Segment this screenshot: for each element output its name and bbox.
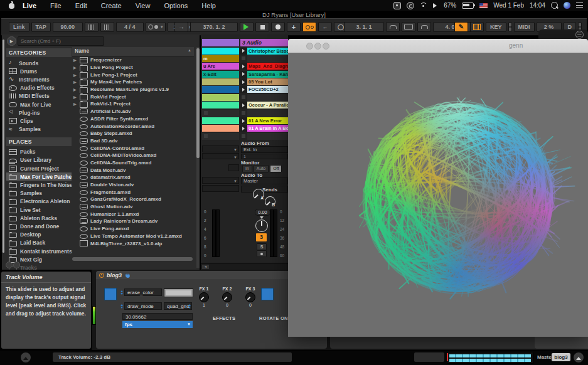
loop-button[interactable] bbox=[402, 22, 415, 32]
left-output-menu[interactable]: ▼ bbox=[202, 177, 239, 184]
browser-scrollbar[interactable] bbox=[3, 40, 4, 253]
volume-icon[interactable] bbox=[433, 3, 439, 8]
clip-slot[interactable] bbox=[202, 94, 239, 101]
follow-button[interactable]: → bbox=[174, 22, 188, 32]
file-row[interactable]: ▶ Lady Rainicorn's Dream.adv bbox=[72, 218, 194, 225]
clip-slot[interactable] bbox=[202, 48, 239, 55]
file-row[interactable]: ▶ Resolume Max4Live plugins v1.9 bbox=[72, 86, 194, 93]
place-item[interactable]: Laid Back bbox=[6, 239, 72, 247]
input-device-menu[interactable]: Ext. In bbox=[241, 146, 288, 153]
menu-item[interactable]: File bbox=[43, 2, 68, 9]
send-a-knob[interactable]: A bbox=[253, 189, 264, 200]
expander-icon[interactable]: ▶ bbox=[73, 102, 77, 106]
file-row[interactable]: ▶ Bad 3D.adv bbox=[72, 137, 194, 145]
clip-launch-button[interactable] bbox=[240, 78, 247, 85]
fps-number-field[interactable]: 30.05662 bbox=[122, 313, 193, 320]
sort-ascending-icon[interactable]: ▲ bbox=[188, 48, 191, 52]
menu-item[interactable]: Help bbox=[195, 2, 223, 9]
category-item[interactable]: MIDI Effects bbox=[6, 92, 72, 100]
left-input-menu[interactable]: ▼ bbox=[202, 145, 239, 152]
category-item[interactable]: Drums bbox=[6, 67, 72, 75]
track-activator-button[interactable]: 3 bbox=[256, 233, 267, 241]
erase-color-swatch[interactable] bbox=[164, 288, 193, 297]
place-item[interactable]: Live Set bbox=[6, 206, 72, 214]
menu-app[interactable]: Live bbox=[16, 2, 43, 9]
menu-item[interactable]: Options bbox=[157, 2, 195, 9]
file-row[interactable]: ▶ Data Mosh.adv bbox=[72, 166, 194, 174]
clip-slot[interactable] bbox=[240, 55, 288, 62]
time-signature-field[interactable]: 4 / 4 bbox=[116, 22, 144, 32]
monitor-option[interactable]: Off bbox=[270, 165, 282, 172]
clip-slot[interactable] bbox=[202, 78, 239, 85]
file-row[interactable]: ▶ Live Tempo Automator Mod v1.2.amxd bbox=[72, 233, 194, 240]
place-item[interactable]: Done and Done bbox=[6, 222, 72, 230]
file-row[interactable]: ▶ Double Vision.adv bbox=[72, 181, 194, 189]
menu-item[interactable]: Create bbox=[94, 2, 129, 9]
left-channel-menu[interactable]: ▼ bbox=[202, 153, 239, 159]
category-item[interactable]: Instruments bbox=[6, 75, 72, 83]
clip-slot[interactable] bbox=[202, 110, 239, 117]
expander-icon[interactable]: ▶ bbox=[73, 80, 77, 84]
erase-color-field[interactable]: erase_color bbox=[124, 288, 162, 296]
clip-launch-button[interactable] bbox=[240, 63, 247, 70]
clip-slot[interactable]: m bbox=[202, 55, 239, 62]
file-row[interactable]: ▶ My Max4Live Patches bbox=[72, 78, 194, 86]
record-button[interactable] bbox=[271, 22, 285, 32]
file-row[interactable]: ▶ Live Pong Project bbox=[72, 64, 194, 71]
browser-bottom-icon-2[interactable] bbox=[13, 262, 20, 268]
place-item[interactable]: Electronica Ableton bbox=[6, 198, 72, 206]
nudge-down-button[interactable] bbox=[85, 22, 99, 32]
metronome-button[interactable]: ▾ bbox=[146, 22, 166, 32]
file-list-scrollbar-thumb[interactable] bbox=[196, 48, 200, 158]
erase-toggle[interactable] bbox=[104, 288, 117, 300]
clip-slot[interactable] bbox=[240, 110, 288, 117]
expander-icon[interactable]: ▶ bbox=[73, 58, 77, 62]
nudge-up-button[interactable] bbox=[100, 22, 114, 32]
punch-in-button[interactable] bbox=[386, 22, 400, 32]
category-item[interactable]: Plug-ins bbox=[6, 108, 72, 117]
clip-launch-button[interactable] bbox=[240, 94, 247, 101]
midi-map-button[interactable]: MIDI bbox=[514, 22, 535, 32]
left-monitor-stub[interactable] bbox=[228, 164, 239, 171]
menu-item[interactable]: Edit bbox=[68, 2, 94, 9]
device-view-toggle-icon[interactable] bbox=[574, 352, 584, 362]
play-button[interactable] bbox=[240, 22, 254, 32]
file-list-header[interactable]: Name ▲ bbox=[72, 47, 194, 56]
draw-mode-button[interactable]: ✎ bbox=[454, 22, 468, 32]
fps-dropdown[interactable]: fps▼ bbox=[122, 321, 193, 328]
menu-item[interactable]: View bbox=[129, 2, 158, 9]
search-input[interactable] bbox=[18, 36, 104, 46]
track-left-header[interactable] bbox=[202, 39, 239, 46]
notification-center-icon[interactable] bbox=[576, 3, 583, 8]
place-item[interactable]: Samples bbox=[6, 189, 72, 198]
category-item[interactable]: Audio Effects bbox=[6, 84, 72, 92]
creative-cloud-icon[interactable] bbox=[407, 2, 414, 9]
clip-launch-button[interactable] bbox=[240, 86, 247, 93]
minimize-icon[interactable] bbox=[314, 43, 321, 50]
punch-out-button[interactable] bbox=[417, 22, 431, 32]
file-row[interactable]: ▶ AutomationRecorder.amxd bbox=[72, 122, 194, 130]
screen-recorder-icon[interactable] bbox=[393, 2, 401, 9]
link-button[interactable]: Link bbox=[9, 22, 29, 32]
stop-button[interactable] bbox=[255, 22, 269, 32]
preview-button[interactable]: ▶ bbox=[7, 36, 16, 46]
menu-time[interactable]: 14:04 bbox=[530, 2, 545, 9]
clip-launch-button[interactable] bbox=[240, 125, 247, 132]
tempo-field[interactable]: 90.00 bbox=[53, 22, 83, 32]
volume-value-field[interactable]: 0.00 bbox=[255, 209, 270, 216]
clip-launch-button[interactable] bbox=[240, 117, 247, 124]
clip-slot[interactable]: Christopher Bissonnette bbox=[240, 48, 288, 55]
clip-slot[interactable]: 01 A Brain In A Bottle bbox=[240, 125, 288, 132]
place-item[interactable]: User Library bbox=[6, 156, 72, 164]
file-row[interactable]: ▶ ASDR Filter Synth.amxd bbox=[72, 115, 194, 123]
monitor-option[interactable]: Auto bbox=[254, 165, 269, 172]
scroll-left-arrow[interactable]: ◂ bbox=[202, 265, 209, 269]
file-row[interactable]: ▶ RokVid Project bbox=[72, 93, 194, 100]
file-row[interactable]: ▶ RokVid-1 Project bbox=[72, 100, 194, 108]
input-language-flag-icon[interactable] bbox=[479, 3, 488, 8]
browser-bottom-icon-1[interactable] bbox=[6, 262, 13, 268]
siri-icon[interactable] bbox=[564, 2, 570, 9]
genn-titlebar[interactable]: genn bbox=[288, 39, 588, 53]
fx-knob[interactable] bbox=[222, 292, 232, 302]
info-view-toggle-icon[interactable] bbox=[21, 352, 31, 362]
